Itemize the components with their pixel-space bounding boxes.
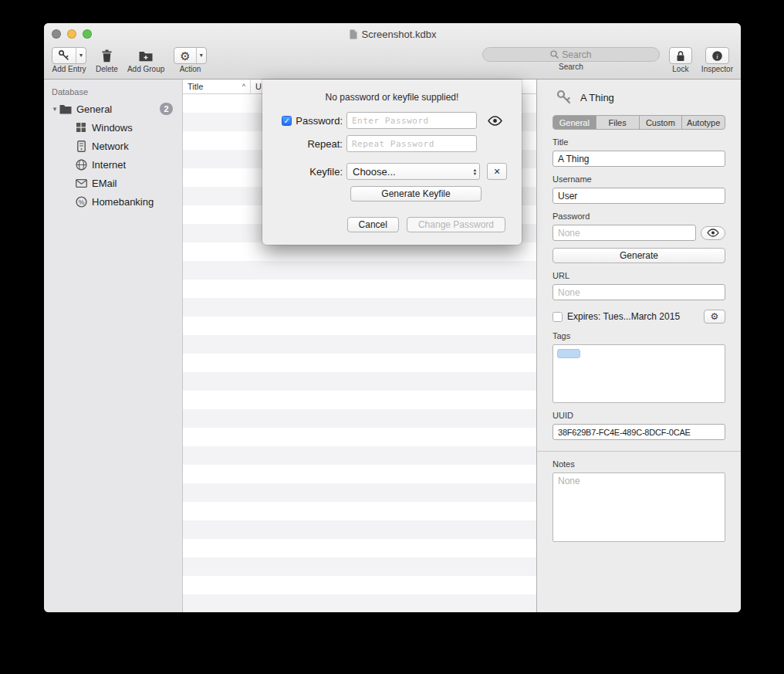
- cancel-button[interactable]: Cancel: [347, 217, 399, 232]
- delete-tool: Delete: [96, 47, 118, 73]
- main-content: Database ▼ General 2 Windows Networ: [44, 80, 741, 612]
- expires-settings-button[interactable]: ⚙: [704, 310, 725, 323]
- password-input[interactable]: [553, 225, 696, 241]
- sidebar-item-homebanking[interactable]: % Homebanking: [44, 192, 182, 211]
- inspector-label: Inspector: [701, 65, 733, 73]
- add-entry-dropdown[interactable]: ▾: [76, 48, 86, 63]
- info-icon: i: [706, 48, 728, 63]
- zoom-button[interactable]: [83, 29, 92, 39]
- sidebar-item-label: Homebanking: [92, 196, 154, 208]
- percent-coin-icon: %: [75, 195, 87, 208]
- entry-count-badge: 2: [160, 103, 173, 115]
- password-dialog-row: ✓ Password:: [262, 112, 522, 129]
- document-icon: [349, 29, 358, 39]
- disclosure-triangle-icon[interactable]: ▼: [50, 106, 59, 113]
- lock-icon: [670, 48, 691, 63]
- repeat-label: Repeat:: [307, 138, 343, 150]
- column-header-title[interactable]: Title ^: [183, 80, 251, 93]
- sidebar-item-label: Internet: [92, 159, 126, 171]
- tags-box[interactable]: [553, 344, 725, 403]
- inspector-panel: A Thing General Files Custom Autotype Ti…: [536, 80, 741, 612]
- add-entry-button[interactable]: ▾: [52, 47, 86, 64]
- minimize-button[interactable]: [67, 29, 76, 39]
- globe-icon: [75, 158, 87, 171]
- username-field-label: Username: [553, 174, 725, 184]
- close-x-icon: ×: [494, 166, 500, 177]
- tab-general[interactable]: General: [553, 116, 596, 129]
- reveal-password-button[interactable]: [701, 226, 725, 240]
- add-group-button[interactable]: [136, 47, 156, 64]
- eye-icon: [707, 229, 719, 237]
- clear-keyfile-button[interactable]: ×: [487, 163, 507, 180]
- action-dropdown[interactable]: ▾: [196, 48, 206, 63]
- window-chrome: Screenshot.kdbx ▾ Add Entry: [44, 23, 741, 80]
- stepper-icon: ▴ ▾: [474, 168, 476, 175]
- change-password-button[interactable]: Change Password: [407, 217, 505, 232]
- app-window: Screenshot.kdbx ▾ Add Entry: [44, 23, 741, 612]
- close-button[interactable]: [52, 29, 61, 39]
- gear-icon: ⚙: [174, 48, 195, 63]
- search-input[interactable]: [483, 48, 659, 61]
- inspector-divider: [537, 451, 741, 452]
- inspector-tool: i Inspector: [701, 47, 733, 73]
- folder-plus-icon: [139, 50, 153, 62]
- generate-keyfile-button[interactable]: Generate Keyfile: [350, 186, 482, 202]
- add-group-tool: Add Group: [127, 47, 164, 73]
- windows-icon: [75, 121, 87, 134]
- key-icon: [556, 89, 573, 106]
- sidebar-item-windows[interactable]: Windows: [44, 118, 182, 137]
- delete-button[interactable]: [98, 47, 116, 64]
- tag-chip[interactable]: [557, 349, 580, 358]
- keyfile-label: Keyfile:: [309, 166, 343, 178]
- tab-files[interactable]: Files: [596, 116, 640, 129]
- titlebar[interactable]: Screenshot.kdbx: [44, 23, 741, 45]
- password-field-label: Password: [553, 212, 725, 221]
- tab-autotype[interactable]: Autotype: [682, 116, 725, 129]
- sidebar-item-internet[interactable]: Internet: [44, 155, 182, 174]
- key-icon: [52, 48, 76, 63]
- sidebar-item-email[interactable]: EMail: [44, 174, 182, 192]
- uuid-input[interactable]: [553, 424, 725, 440]
- keyfile-select[interactable]: Choose... ▴ ▾: [346, 163, 480, 180]
- reveal-password-button[interactable]: [485, 113, 505, 128]
- keyfile-selected-value: Choose...: [353, 166, 396, 178]
- sidebar-item-label: General: [76, 103, 112, 115]
- action-button[interactable]: ⚙ ▾: [174, 47, 206, 64]
- generate-keyfile-row: Generate Keyfile: [262, 186, 522, 202]
- notes-textarea[interactable]: [553, 472, 725, 542]
- keyfile-dialog-row: Keyfile: Choose... ▴ ▾ ×: [262, 163, 522, 180]
- eye-icon: [488, 116, 502, 126]
- expires-label: Expires: Tues...March 2015: [567, 311, 680, 322]
- username-input[interactable]: [553, 188, 725, 204]
- window-title: Screenshot.kdbx: [349, 29, 437, 40]
- dialog-actions: Cancel Change Password: [262, 217, 522, 232]
- expires-row: Expires: Tues...March 2015 ⚙: [553, 310, 725, 323]
- generate-password-button[interactable]: Generate: [553, 248, 725, 263]
- tab-custom[interactable]: Custom: [640, 116, 683, 129]
- add-group-label: Add Group: [127, 65, 164, 73]
- repeat-password-input[interactable]: [346, 135, 477, 152]
- inspector-button[interactable]: i: [705, 47, 729, 64]
- server-icon: [75, 140, 87, 152]
- search-tool: Search Search: [482, 47, 660, 71]
- sidebar-item-general[interactable]: ▼ General 2: [44, 100, 182, 118]
- lock-tool: Lock: [669, 47, 692, 73]
- inspector-header: A Thing: [556, 89, 725, 106]
- title-field-label: Title: [553, 137, 725, 147]
- chevron-down-icon: ▾: [79, 52, 83, 59]
- url-input[interactable]: [553, 284, 725, 300]
- inspector-tabs: General Files Custom Autotype: [553, 115, 725, 130]
- enter-password-input[interactable]: [346, 112, 477, 129]
- trash-icon: [101, 49, 113, 63]
- title-input[interactable]: [553, 151, 725, 167]
- lock-button[interactable]: [669, 47, 692, 64]
- toolbar-left-group: ▾ Add Entry Delete: [52, 47, 207, 73]
- notes-field-label: Notes: [553, 459, 725, 469]
- sidebar-item-label: Windows: [92, 122, 133, 134]
- search-field: Search: [482, 47, 660, 62]
- sidebar-item-network[interactable]: Network: [44, 137, 182, 155]
- uuid-field-label: UUID: [553, 411, 725, 420]
- expires-checkbox[interactable]: [553, 312, 563, 322]
- password-checkbox[interactable]: ✓: [282, 116, 292, 126]
- gear-icon: ⚙: [711, 312, 719, 321]
